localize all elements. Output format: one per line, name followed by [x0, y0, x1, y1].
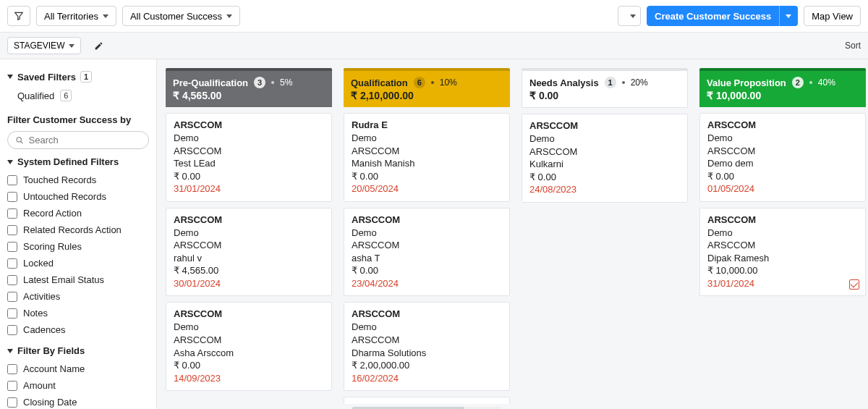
- chevron-down-icon: [7, 349, 13, 353]
- filter-checkbox[interactable]: [7, 175, 17, 185]
- card-date: 20/05/2024: [352, 182, 502, 195]
- saved-filter-label: Qualified: [17, 90, 54, 101]
- card-line: ARSCCOM: [707, 239, 858, 252]
- filter-icon-button[interactable]: [7, 6, 30, 26]
- card-line: Demo: [707, 227, 858, 240]
- card-date: 30/01/2024: [174, 277, 324, 290]
- saved-filters-header[interactable]: Saved Filters 1: [7, 71, 149, 83]
- map-view-button[interactable]: Map View: [804, 6, 861, 26]
- chevron-down-icon: [103, 14, 109, 18]
- field-filters-header[interactable]: Filter By Fields: [7, 345, 149, 356]
- view-bar: STAGEVIEW Sort: [0, 33, 868, 59]
- system-filter-item[interactable]: Scoring Rules: [7, 238, 149, 255]
- system-filter-item[interactable]: Cadences: [7, 321, 149, 338]
- filter-checkbox[interactable]: [7, 275, 17, 285]
- system-filters-label: System Defined Filters: [17, 156, 119, 167]
- filter-checkbox[interactable]: [7, 325, 17, 335]
- card-title: ARSCCOM: [352, 308, 502, 319]
- card-line: Demo: [352, 132, 502, 145]
- system-filter-item[interactable]: Untouched Records: [7, 188, 149, 205]
- filter-label: Amount: [23, 380, 56, 391]
- filter-checkbox[interactable]: [7, 308, 17, 319]
- card-amount: ₹ 10,000.00: [707, 264, 858, 277]
- dot-icon: [622, 81, 625, 84]
- module-label: All Customer Success: [130, 11, 222, 22]
- kanban-card[interactable]: ARSCCOM Demo ARSCCOM Kulkarni ₹ 0.00 24/…: [522, 114, 688, 203]
- column-count: 3: [254, 77, 265, 88]
- filter-checkbox[interactable]: [7, 364, 17, 374]
- card-date: 23/04/2024: [352, 277, 502, 290]
- kanban-card[interactable]: Rudra E Demo ARSCCOM Manish Manish ₹ 0.0…: [344, 113, 510, 202]
- territory-label: All Territories: [44, 11, 98, 22]
- column-amount: ₹ 4,565.00: [173, 90, 325, 101]
- filter-checkbox[interactable]: [7, 397, 17, 408]
- kanban-column: Qualification 6 10% ₹ 2,10,000.00 Rudra …: [344, 68, 510, 409]
- layout-toggle-button[interactable]: [618, 6, 641, 26]
- card-line: Dipak Ramesh: [707, 252, 858, 265]
- card-line: Dharma Solutions: [352, 347, 502, 360]
- territory-dropdown[interactable]: All Territories: [36, 6, 116, 26]
- system-filter-item[interactable]: Activities: [7, 288, 149, 305]
- system-filter-item[interactable]: Notes: [7, 305, 149, 321]
- card-date: 31/01/2024: [707, 277, 858, 290]
- create-button[interactable]: Create Customer Success: [647, 6, 779, 26]
- filter-label: Latest Email Status: [23, 274, 104, 285]
- filter-checkbox[interactable]: [7, 192, 17, 202]
- kanban-card[interactable]: ARSCCOM Demo ARSCCOM Dharma Solutions ₹ …: [344, 302, 510, 391]
- create-dropdown-button[interactable]: [779, 6, 798, 26]
- sort-button[interactable]: Sort: [845, 41, 861, 51]
- filter-checkbox[interactable]: [7, 292, 17, 302]
- create-button-group: Create Customer Success: [647, 6, 798, 26]
- field-filter-item[interactable]: Account Name: [7, 360, 149, 377]
- system-filters-header[interactable]: System Defined Filters: [7, 156, 149, 167]
- column-header[interactable]: Value Proposition 2 40% ₹ 10,000.00: [699, 68, 866, 107]
- card-line: ARSCCOM: [529, 146, 680, 159]
- card-date: 24/08/2023: [529, 183, 680, 196]
- search-icon: [15, 135, 25, 146]
- edit-view-button[interactable]: [87, 37, 110, 54]
- kanban-board: Pre-Qualification 3 5% ₹ 4,565.00 ARSCCO…: [157, 59, 868, 409]
- field-filter-item[interactable]: Closing Date: [7, 394, 149, 409]
- column-header[interactable]: Needs Analysis 1 20% ₹ 0.00: [522, 68, 688, 108]
- card-line: Manish Manish: [352, 157, 502, 170]
- column-header[interactable]: Pre-Qualification 3 5% ₹ 4,565.00: [166, 68, 332, 107]
- kanban-card[interactable]: ARSCCOM Demo ARSCCOM rahul v ₹ 4,565.00 …: [166, 208, 332, 297]
- kanban-card[interactable]: ARSCCOM Demo ARSCCOM Test LEad ₹ 0.00 31…: [166, 113, 332, 202]
- saved-filters-label: Saved Filters: [17, 72, 76, 83]
- kanban-card[interactable]: ARSCCOM Demo ARSCCOM Sangamesh S ₹ 0.00: [344, 397, 510, 403]
- chevron-down-icon: [786, 14, 791, 18]
- card-title: Rudra E: [352, 119, 502, 130]
- filter-checkbox[interactable]: [7, 242, 17, 252]
- chevron-down-icon: [69, 44, 75, 48]
- stageview-dropdown[interactable]: STAGEVIEW: [7, 37, 81, 54]
- system-filter-item[interactable]: Locked: [7, 255, 149, 271]
- system-filter-item[interactable]: Record Action: [7, 205, 149, 222]
- saved-filter-item[interactable]: Qualified 6: [7, 87, 149, 109]
- column-header[interactable]: Qualification 6 10% ₹ 2,10,000.00: [344, 68, 510, 107]
- kanban-card[interactable]: ARSCCOM Demo ARSCCOM Demo dem ₹ 0.00 01/…: [699, 113, 866, 202]
- column-amount: ₹ 2,10,000.00: [351, 90, 503, 101]
- system-filter-item[interactable]: Touched Records: [7, 172, 149, 188]
- filter-checkbox[interactable]: [7, 208, 17, 219]
- dot-icon: [271, 81, 274, 84]
- field-filter-item[interactable]: Amount: [7, 377, 149, 394]
- field-filters-label: Filter By Fields: [17, 345, 85, 356]
- module-dropdown[interactable]: All Customer Success: [122, 6, 240, 26]
- kanban-card[interactable]: ARSCCOM Demo ARSCCOM asha T ₹ 0.00 23/04…: [344, 208, 510, 297]
- filter-search[interactable]: [7, 131, 149, 149]
- filter-checkbox[interactable]: [7, 258, 17, 269]
- filter-checkbox[interactable]: [7, 381, 17, 391]
- column-body: ARSCCOM Demo ARSCCOM Kulkarni ₹ 0.00 24/…: [522, 108, 688, 203]
- kanban-card[interactable]: ARSCCOM Demo ARSCCOM Asha Arsccom ₹ 0.00…: [166, 302, 332, 391]
- kanban-card[interactable]: ARSCCOM Demo ARSCCOM Dipak Ramesh ₹ 10,0…: [699, 208, 866, 297]
- filter-label: Locked: [23, 258, 54, 269]
- card-line: ARSCCOM: [174, 334, 324, 347]
- kanban-column: Pre-Qualification 3 5% ₹ 4,565.00 ARSCCO…: [166, 68, 332, 409]
- search-input[interactable]: [29, 135, 141, 146]
- flag-icon: [849, 279, 859, 290]
- system-filter-item[interactable]: Related Records Action: [7, 222, 149, 238]
- system-filter-item[interactable]: Latest Email Status: [7, 271, 149, 288]
- filter-by-module-title: Filter Customer Success by: [7, 114, 149, 125]
- saved-filters-count: 1: [80, 71, 92, 83]
- filter-checkbox[interactable]: [7, 225, 17, 235]
